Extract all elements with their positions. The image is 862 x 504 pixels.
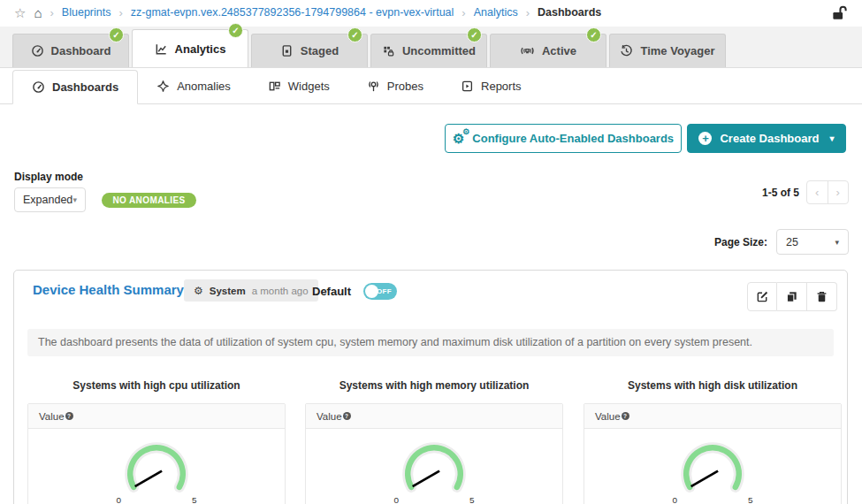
broadcast-icon	[520, 44, 535, 57]
tab-label: Staged	[301, 44, 339, 57]
favorite-star-icon[interactable]: ☆	[14, 6, 26, 19]
subtab-reports[interactable]: Reports	[442, 69, 540, 103]
uncommitted-lock-icon	[382, 44, 395, 57]
value-column-header: Value	[595, 411, 621, 422]
gauge-panel: Value? 0 5	[305, 403, 563, 504]
display-mode-value: Expanded	[23, 194, 72, 206]
check-badge-icon: ✓	[228, 23, 243, 38]
next-page-button[interactable]: ›	[828, 181, 849, 203]
check-badge-icon: ✓	[109, 27, 124, 42]
tab-label: Active	[542, 44, 576, 57]
tab-analytics[interactable]: Analytics ✓	[132, 29, 248, 67]
chevron-down-icon: ▾	[835, 238, 839, 247]
breadcrumb-separator-icon: ›	[50, 6, 54, 19]
subtab-label: Dashboards	[52, 80, 118, 94]
display-mode-select[interactable]: Expanded ▾	[14, 187, 86, 212]
pagination-range: 1-5 of 5	[741, 187, 799, 199]
gauge-panel-header: Value?	[28, 404, 285, 429]
gauge-max-label: 5	[192, 495, 197, 504]
apstra-blueprint-page: ☆ ⌂ › Blueprints › zz-gmat-evpn.vex.2485…	[0, 0, 862, 504]
analytics-subtab-bar: Dashboards Anomalies Widgets Probes Repo…	[0, 69, 862, 104]
gears-icon: ⚙⚙	[453, 132, 464, 145]
tab-dashboard[interactable]: Dashboard ✓	[12, 34, 129, 67]
tab-label: Uncommitted	[402, 44, 476, 57]
dashboard-meta-pill: ⚙ System a month ago	[184, 279, 318, 302]
subtab-widgets[interactable]: Widgets	[249, 69, 348, 103]
report-icon	[461, 80, 474, 93]
probe-icon	[367, 80, 380, 93]
chevron-down-icon: ▾	[72, 195, 77, 204]
help-icon[interactable]: ?	[622, 412, 629, 420]
gauge-max-label: 5	[469, 495, 475, 504]
create-dashboard-button[interactable]: + Create Dashboard ▾	[687, 124, 846, 153]
chart-title: Systems with high cpu utilization	[27, 379, 286, 392]
gauge-panel-header: Value?	[584, 404, 841, 429]
prev-page-button[interactable]: ‹	[807, 181, 828, 203]
breadcrumb-separator-icon: ›	[118, 6, 122, 19]
tab-time-voyager[interactable]: Time Voyager	[609, 34, 726, 67]
subtab-label: Widgets	[288, 80, 330, 93]
chart-title: Systems with high disk utilization	[584, 379, 842, 392]
gauge-panel: Value? 0 5	[584, 403, 842, 504]
subtab-label: Anomalies	[177, 80, 231, 93]
breadcrumb-blueprint-name[interactable]: zz-gmat-evpn.vex.2485377892356-179479986…	[131, 6, 454, 19]
breadcrumb-separator-icon: ›	[526, 6, 530, 19]
chart-title: Systems with high memory utilization	[305, 379, 563, 392]
check-badge-icon: ✓	[467, 27, 482, 42]
dashboard-updated: a month ago	[252, 286, 309, 296]
gauge-min-label: 0	[673, 495, 678, 504]
gauge-panel: Value? 0 5	[27, 403, 286, 504]
widgets-icon	[268, 80, 281, 93]
subtab-label: Probes	[387, 80, 423, 93]
subtab-anomalies[interactable]: Anomalies	[138, 69, 249, 103]
subtab-probes[interactable]: Probes	[348, 69, 442, 103]
dashboard-card: Device Health Summary ⚙ System a month a…	[13, 270, 848, 504]
default-toggle[interactable]: OFF	[363, 283, 397, 300]
subtab-label: Reports	[481, 80, 522, 93]
edit-dashboard-button[interactable]	[747, 282, 777, 311]
unlocked-lock-icon	[831, 4, 848, 21]
configure-auto-enabled-dashboards-button[interactable]: ⚙⚙ Configure Auto-Enabled Dashboards	[445, 124, 682, 153]
gauge-chart: 0 5	[584, 429, 841, 504]
gauge-min-label: 0	[117, 495, 122, 504]
breadcrumb: ☆ ⌂ › Blueprints › zz-gmat-evpn.vex.2485…	[0, 0, 862, 25]
tab-active[interactable]: Active ✓	[490, 34, 606, 67]
delete-dashboard-button[interactable]	[807, 282, 837, 311]
subtab-dashboards[interactable]: Dashboards	[12, 70, 138, 104]
gear-icon: ⚙	[194, 285, 203, 297]
clone-dashboard-button[interactable]	[777, 282, 807, 311]
gauge-chart: 0 5	[28, 429, 285, 504]
tab-staged[interactable]: Staged ✓	[251, 34, 368, 67]
gauge-icon	[31, 44, 44, 57]
help-icon[interactable]: ?	[343, 412, 351, 420]
dashboard-origin: System	[210, 286, 246, 296]
sparkle-icon	[156, 80, 170, 93]
help-icon[interactable]: ?	[65, 412, 73, 420]
gauge-min-label: 0	[394, 495, 400, 504]
gauge-chart: 0 5	[306, 429, 562, 504]
dashboard-description: The dashboard presents the data of utili…	[27, 329, 834, 356]
trash-icon	[815, 290, 828, 303]
display-mode-label: Display mode	[14, 171, 83, 183]
blueprint-tab-bar: Dashboard ✓ Analytics ✓ Staged ✓ Uncommi…	[0, 27, 862, 68]
gauge-panel-header: Value?	[306, 404, 562, 429]
page-size-select[interactable]: 25 ▾	[776, 229, 849, 255]
dashboard-title-link[interactable]: Device Health Summary	[33, 282, 184, 297]
tab-label: Time Voyager	[640, 44, 714, 57]
toggle-state-label: OFF	[377, 287, 392, 295]
create-button-label: Create Dashboard	[720, 132, 819, 145]
tab-label: Analytics	[175, 42, 226, 56]
breadcrumb-analytics[interactable]: Analytics	[474, 6, 518, 19]
plus-circle-icon: +	[698, 132, 712, 145]
gauge-icon	[32, 80, 45, 94]
home-icon[interactable]: ⌂	[34, 6, 42, 19]
tab-uncommitted[interactable]: Uncommitted ✓	[370, 34, 487, 67]
dashboard-actions	[747, 282, 837, 311]
value-column-header: Value	[39, 411, 65, 422]
check-badge-icon: ✓	[347, 27, 362, 42]
check-badge-icon: ✓	[586, 27, 601, 42]
breadcrumb-blueprints[interactable]: Blueprints	[62, 6, 111, 19]
page-size-value: 25	[786, 236, 798, 248]
breadcrumb-current: Dashboards	[538, 6, 601, 19]
line-chart-icon	[155, 42, 168, 56]
